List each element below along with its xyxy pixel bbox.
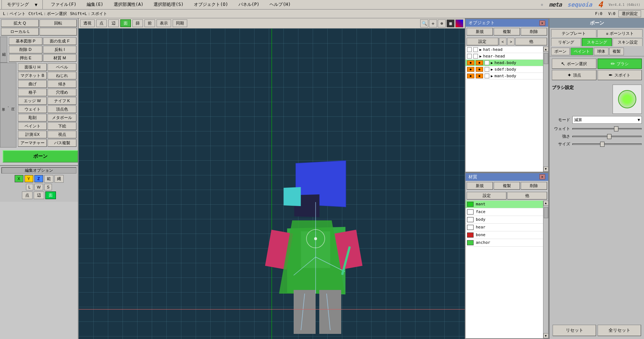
obj-checkbox-hear[interactable] — [467, 54, 472, 59]
scroll-thumb-obj[interactable] — [544, 53, 548, 64]
twist-button[interactable]: ねじれ — [48, 72, 76, 79]
weight-slider[interactable] — [572, 128, 642, 130]
obj-checkbox-hat[interactable] — [467, 47, 472, 52]
scroll-down-mat[interactable]: ▼ — [543, 333, 549, 338]
face-gen-button[interactable]: 面の生成 F — [43, 37, 77, 45]
zoom-button[interactable]: 拡大 Q — [1, 19, 39, 27]
viewpoint-button[interactable]: 視点 — [48, 131, 76, 138]
obj-arrow-hat[interactable]: ▶ — [479, 48, 482, 52]
obj-eye-left-mant[interactable]: ● — [467, 74, 474, 78]
empty-button[interactable] — [39, 28, 77, 36]
strength-slider[interactable] — [572, 136, 642, 137]
weight-thumb[interactable] — [614, 126, 618, 131]
obj-prev-button[interactable]: < — [499, 38, 506, 45]
obj-copy-button[interactable]: 複製 — [494, 28, 520, 36]
rope-button[interactable]: 縄 — [54, 175, 64, 183]
material-row-hear[interactable]: hear — [466, 224, 543, 231]
weight-button[interactable]: ウェイト — [18, 105, 47, 113]
mat-other-button[interactable]: 他 — [507, 192, 547, 200]
knife-button[interactable]: ナイフ K — [48, 97, 76, 105]
vertex-mode-button[interactable]: ✦ 頂点 — [552, 70, 596, 80]
brush-mode-button[interactable]: ✏ ブラシ — [598, 59, 642, 69]
edge-view-button[interactable]: 辺 — [108, 19, 119, 27]
mat-delete-button[interactable]: 削除 — [521, 182, 547, 190]
menu-object[interactable]: オブジェクト(O) — [192, 1, 230, 8]
full-reset-button[interactable]: 全リセット — [598, 325, 641, 336]
obj-checkbox-mant-obj[interactable] — [485, 74, 489, 78]
armature-button[interactable]: アーマチャー — [18, 139, 47, 147]
obj-eye-left-sdef[interactable]: ● — [467, 67, 474, 72]
scroll-down-obj[interactable]: ▼ — [543, 167, 549, 172]
reset-button[interactable]: リセット — [553, 325, 596, 336]
sub-tab-bone[interactable]: ボーン — [551, 48, 570, 55]
obj-arrow-sdef[interactable]: ▶ — [491, 67, 493, 71]
obj-eye-right-sdef[interactable]: ● — [476, 67, 483, 72]
delete-button[interactable]: 削除 D — [9, 46, 42, 53]
material-row-anchor[interactable]: anchor — [466, 239, 543, 247]
obj-eye-right-mant[interactable]: ● — [476, 74, 483, 78]
sketch-button[interactable]: 下絵 — [48, 122, 76, 130]
edge-button[interactable]: エッジ W — [18, 97, 47, 105]
face-mode-button[interactable]: 面 — [45, 191, 56, 199]
magnet-button[interactable]: マグネット B — [18, 72, 47, 79]
obj-delete-button[interactable]: 削除 — [521, 28, 547, 36]
menu-select-process[interactable]: 選択部処理(S) — [151, 1, 186, 8]
strength-thumb[interactable] — [607, 134, 611, 139]
obj-new-button[interactable]: 新規 — [467, 28, 493, 36]
object-row-mant-body[interactable]: ● ● ▶ mant-body — [466, 73, 543, 79]
fixed-select-button[interactable]: 選択固定 — [618, 10, 641, 17]
material-row-mant[interactable]: mant — [466, 201, 543, 208]
obj-vis-hat[interactable] — [473, 47, 478, 52]
template-tab[interactable]: テンプレート — [551, 29, 596, 37]
sieve-button[interactable]: 篩 — [132, 19, 143, 27]
material-row-body[interactable]: body — [466, 216, 543, 224]
perspective-button[interactable]: 透視 — [80, 19, 95, 27]
size-slider[interactable] — [572, 144, 642, 145]
x-axis-button[interactable]: X — [15, 175, 23, 182]
brush-mode-dropdown[interactable]: 減算 ▼ — [572, 116, 642, 124]
scroll-up-obj[interactable]: ▲ — [543, 46, 549, 52]
bone-list-tab[interactable]: ≡ ボーンリスト — [597, 29, 643, 37]
bone-button[interactable]: ボーン — [3, 150, 78, 163]
fill-hole-button[interactable]: 穴埋め — [48, 89, 76, 96]
material-button[interactable]: 材質 M — [43, 54, 77, 62]
scroll-thumb-mat[interactable] — [544, 207, 548, 218]
sub-tab-paint[interactable]: ペイント — [570, 48, 593, 55]
search-icon[interactable]: 🔍 — [420, 19, 428, 27]
obj-arrow-mant-obj[interactable]: ▶ — [491, 74, 493, 78]
obj-checkbox-head[interactable] — [485, 60, 489, 65]
obj-arrow-hear[interactable]: ▶ — [479, 54, 482, 58]
front-view-button[interactable]: 前 — [144, 19, 155, 27]
skin-settings-tab[interactable]: スキン設定 — [613, 38, 643, 46]
point-view-button[interactable]: 点 — [96, 19, 107, 27]
display-mode-icon[interactable]: ▦ — [447, 19, 455, 27]
l-button[interactable]: L — [26, 184, 33, 190]
mat-copy-button[interactable]: 複製 — [494, 182, 520, 190]
z-axis-button[interactable]: Z — [34, 175, 43, 182]
metaball-button[interactable]: メタボール — [48, 114, 76, 122]
path-copy-button[interactable]: パス複製 — [48, 139, 76, 147]
y-axis-button[interactable]: Y — [25, 175, 33, 182]
face-view-button[interactable]: 面 — [120, 19, 131, 27]
bend-button[interactable]: 曲げ — [18, 80, 47, 88]
bevel-button[interactable]: ベベル — [48, 63, 76, 71]
object-row-hear-head[interactable]: ▶ hear-head — [466, 53, 543, 60]
extrude-button[interactable]: 押出 E — [9, 54, 42, 62]
skinning-tab[interactable]: スキニング — [582, 38, 612, 46]
reverse-button[interactable]: 反転 I — [43, 46, 77, 53]
obj-other-button[interactable]: 他 — [515, 38, 547, 45]
material-row-face[interactable]: face — [466, 208, 543, 216]
menu-file[interactable]: ファイル(F) — [49, 1, 79, 8]
object-row-hat-head[interactable]: ▶ hat-head — [466, 46, 543, 53]
sculpt-button[interactable]: 彫刻 — [18, 114, 47, 122]
display-button[interactable]: 表示 — [157, 19, 171, 27]
paint-button[interactable]: ペイント — [18, 122, 47, 130]
basic-shape-button[interactable]: 基本図形 P — [9, 37, 42, 45]
edge-mode-button[interactable]: 辺 — [34, 191, 44, 199]
menu-panel[interactable]: パネル(P) — [236, 1, 262, 8]
tilt-button[interactable]: 傾き — [48, 80, 76, 88]
obj-eye-right-head[interactable]: ● — [476, 60, 483, 65]
object-panel-close[interactable]: × — [539, 21, 545, 26]
scroll-up-mat[interactable]: ▲ — [543, 201, 549, 206]
material-row-bone[interactable]: bone — [466, 231, 543, 239]
